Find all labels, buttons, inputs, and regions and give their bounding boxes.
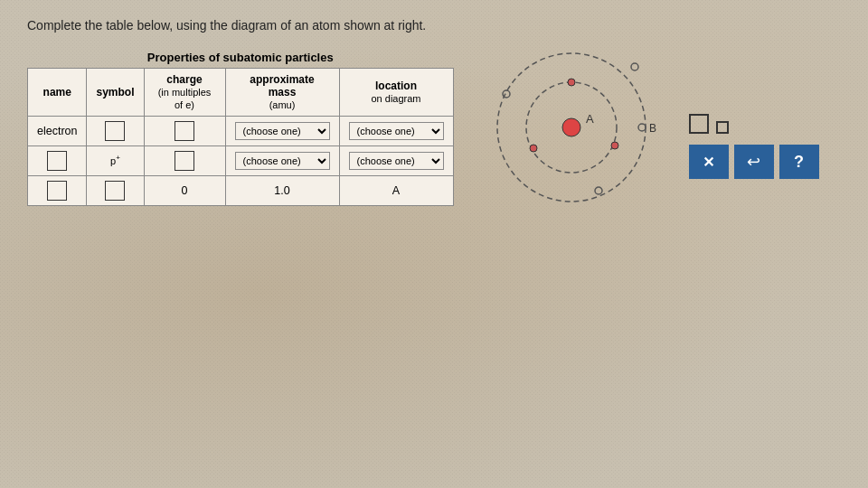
action-buttons-row: ✕ ↩ ?	[689, 145, 819, 179]
cell-name-proton	[28, 146, 87, 176]
table-header-row: name symbol charge (in multiples of e) a…	[28, 69, 454, 117]
cell-symbol-neutron	[87, 176, 144, 206]
name-checkbox-proton	[47, 151, 67, 171]
cell-location-electron: (choose one) A B	[339, 117, 453, 146]
mass-dropdown-proton[interactable]: (choose one) 0 1.0	[235, 152, 330, 170]
header-charge: charge (in multiples of e)	[144, 69, 225, 117]
cell-charge-electron	[144, 117, 225, 146]
table-title: Properties of subatomic particles	[27, 51, 454, 64]
help-button[interactable]: ?	[779, 145, 819, 179]
cell-location-proton: (choose one) A B	[339, 146, 453, 176]
cell-charge-proton	[144, 146, 225, 176]
cell-name-electron: electron	[28, 117, 87, 146]
symbol-checkbox-electron	[105, 121, 125, 141]
checkbox-large	[689, 114, 709, 134]
svg-point-9	[568, 79, 575, 86]
checkbox-row	[689, 114, 729, 134]
svg-point-2	[562, 118, 580, 136]
cell-mass-electron: (choose one) 0 1.0	[225, 117, 339, 146]
mass-dropdown-electron[interactable]: (choose one) 0 1.0	[235, 122, 330, 140]
cell-name-neutron	[28, 176, 87, 206]
instruction-text: Complete the table below, using the diag…	[27, 18, 841, 33]
undo-button[interactable]: ↩	[734, 145, 774, 179]
header-mass: approximate mass (amu)	[225, 69, 339, 117]
header-location: location on diagram	[339, 69, 453, 117]
table-row: 0 1.0 A	[28, 176, 454, 206]
header-name: name	[28, 69, 87, 117]
svg-point-5	[638, 124, 646, 131]
charge-checkbox-electron	[175, 121, 194, 141]
cell-symbol-proton: p+	[87, 146, 144, 176]
header-symbol: symbol	[87, 69, 144, 117]
atom-diagram: A B	[481, 42, 662, 222]
symbol-checkbox-neutron	[105, 181, 125, 201]
checkbox-small	[716, 121, 729, 134]
name-checkbox-neutron	[47, 181, 67, 201]
location-dropdown-proton[interactable]: (choose one) A B	[349, 152, 444, 170]
svg-text:A: A	[586, 112, 594, 126]
cell-symbol-electron	[87, 117, 144, 146]
svg-text:B: B	[649, 122, 656, 135]
proton-symbol: p+	[110, 155, 120, 166]
x-button[interactable]: ✕	[689, 145, 729, 179]
table-row: electron (choose one) 0 1.0	[28, 117, 454, 146]
buttons-section: ✕ ↩ ?	[689, 114, 819, 179]
svg-point-4	[631, 63, 638, 70]
atom-diagram-section: A B	[481, 42, 662, 225]
svg-point-7	[503, 90, 510, 98]
charge-checkbox-proton	[175, 151, 194, 171]
cell-mass-proton: (choose one) 0 1.0	[225, 146, 339, 176]
cell-charge-neutron: 0	[144, 176, 225, 206]
table-section: Properties of subatomic particles name s…	[27, 51, 454, 206]
properties-table: name symbol charge (in multiples of e) a…	[27, 68, 454, 206]
location-dropdown-electron[interactable]: (choose one) A B	[349, 122, 444, 140]
svg-point-11	[530, 145, 537, 152]
cell-mass-neutron: 1.0	[225, 176, 339, 206]
table-row: p+ (choose one) 0 1.0	[28, 146, 454, 176]
cell-location-neutron: A	[339, 176, 453, 206]
svg-point-10	[611, 142, 618, 149]
svg-point-6	[595, 187, 602, 194]
